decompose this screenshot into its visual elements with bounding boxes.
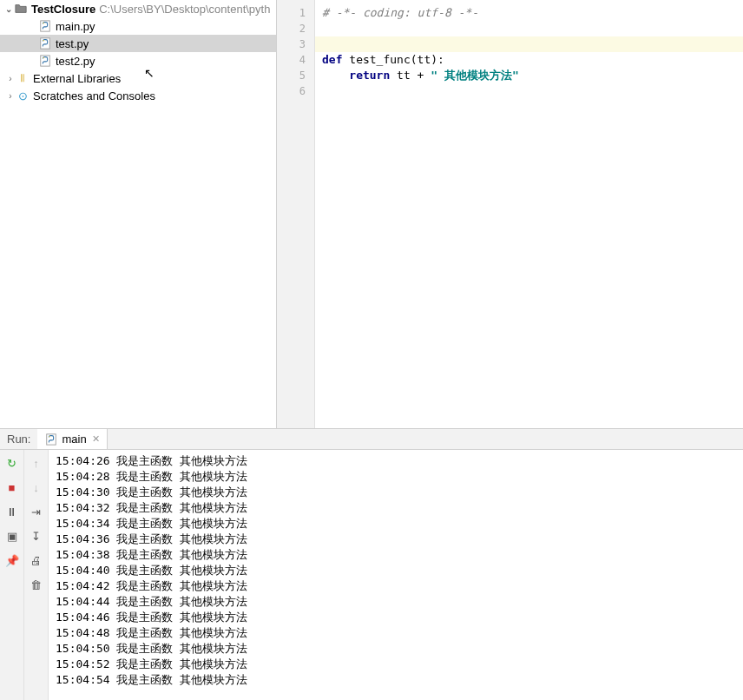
console-line: 15:04:26 我是主函数 其他模块方法	[56, 453, 736, 469]
line-number: 2	[277, 21, 314, 36]
folder-icon	[14, 2, 28, 16]
code-editor[interactable]: 123456 # -*- coding: utf-8 -*-def test_f…	[277, 0, 743, 428]
python-file-icon	[38, 54, 52, 68]
console-line: 15:04:48 我是主函数 其他模块方法	[56, 625, 736, 641]
layout-button[interactable]: ▣	[4, 528, 20, 544]
chevron-right-icon[interactable]: ›	[5, 74, 16, 83]
scratches-consoles[interactable]: ›⊙Scratches and Consoles	[0, 87, 276, 104]
python-file-icon	[44, 433, 58, 446]
tree-file-main-py[interactable]: main.py	[0, 17, 276, 35]
console-line: 15:04:40 我是主函数 其他模块方法	[56, 563, 736, 578]
trash-button[interactable]: 🗑	[29, 577, 44, 592]
code-line[interactable]	[322, 21, 743, 36]
svg-point-3	[43, 40, 44, 41]
root-path: C:\Users\BY\Desktop\content\pyth	[99, 3, 270, 16]
down-button[interactable]: ↓	[29, 479, 44, 495]
console-output[interactable]: 15:04:26 我是主函数 其他模块方法15:04:28 我是主函数 其他模块…	[49, 450, 743, 700]
scroll-button[interactable]: ↧	[29, 528, 44, 544]
library-icon: ⫴	[16, 71, 30, 85]
line-number: 6	[277, 83, 314, 99]
code-area[interactable]: # -*- coding: utf-8 -*-def test_func(tt)…	[315, 0, 743, 428]
code-line[interactable]	[322, 83, 743, 99]
console-line: 15:04:52 我是主函数 其他模块方法	[56, 657, 736, 672]
console-line: 15:04:46 我是主函数 其他模块方法	[56, 610, 736, 625]
stop-button[interactable]: ■	[4, 479, 20, 495]
editor-gutter: 123456	[277, 0, 315, 428]
chevron-right-icon[interactable]: ›	[5, 91, 16, 101]
rerun-button[interactable]: ↻	[4, 455, 20, 471]
run-tab-label: main	[62, 433, 86, 446]
line-number: 4	[277, 52, 314, 68]
code-line[interactable]: return tt + " 其他模块方法"	[322, 68, 743, 83]
code-line[interactable]: def test_func(tt):	[322, 52, 743, 68]
external-libraries[interactable]: ›⫴External Libraries	[0, 69, 276, 87]
run-toolbar-right: ↑ ↓ ⇥ ↧ 🖨 🗑	[24, 450, 49, 700]
file-label: main.py	[56, 20, 95, 33]
console-line: 15:04:38 我是主函数 其他模块方法	[56, 547, 736, 563]
tree-file-test-py[interactable]: test.py	[0, 35, 276, 52]
wrap-button[interactable]: ⇥	[29, 504, 44, 519]
scratch-icon: ⊙	[16, 89, 30, 102]
external-label: External Libraries	[33, 72, 121, 85]
line-number: 5	[277, 68, 314, 83]
python-file-icon	[38, 19, 52, 33]
svg-point-5	[43, 57, 44, 58]
svg-point-1	[43, 23, 44, 23]
console-line: 15:04:32 我是主函数 其他模块方法	[56, 500, 736, 516]
print-button[interactable]: 🖨	[29, 552, 44, 568]
run-tab-bar: Run: main ✕	[0, 429, 743, 450]
chevron-down-icon[interactable]: ⌄	[3, 4, 14, 14]
line-number: 3	[277, 36, 314, 52]
console-line: 15:04:50 我是主函数 其他模块方法	[56, 641, 736, 657]
file-label: test2.py	[56, 55, 95, 68]
console-line: 15:04:44 我是主函数 其他模块方法	[56, 594, 736, 610]
up-button[interactable]: ↑	[29, 455, 44, 471]
console-line: 15:04:28 我是主函数 其他模块方法	[56, 469, 736, 485]
console-line: 15:04:34 我是主函数 其他模块方法	[56, 516, 736, 532]
code-line[interactable]: # -*- coding: utf-8 -*-	[322, 5, 743, 21]
console-line: 15:04:54 我是主函数 其他模块方法	[56, 672, 736, 688]
console-line: 15:04:42 我是主函数 其他模块方法	[56, 578, 736, 594]
project-tree[interactable]: ⌄TestClosureC:\Users\BY\Desktop\content\…	[0, 0, 277, 428]
pause-button[interactable]: ⏸	[4, 504, 20, 519]
console-line: 15:04:36 我是主函数 其他模块方法	[56, 532, 736, 547]
close-icon[interactable]: ✕	[92, 433, 100, 445]
root-label: TestClosure	[31, 3, 95, 16]
pin-button[interactable]: 📌	[4, 552, 20, 568]
scratches-label: Scratches and Consoles	[33, 89, 155, 102]
console-line: 15:04:30 我是主函数 其他模块方法	[56, 485, 736, 500]
svg-point-7	[49, 435, 50, 436]
python-file-icon	[38, 36, 52, 50]
file-label: test.py	[56, 37, 89, 50]
run-tab-main[interactable]: main ✕	[37, 429, 107, 449]
run-label: Run:	[0, 433, 37, 446]
line-number: 1	[277, 5, 314, 21]
tree-file-test2-py[interactable]: test2.py	[0, 52, 276, 69]
code-line[interactable]	[315, 36, 743, 52]
tree-root[interactable]: ⌄TestClosureC:\Users\BY\Desktop\content\…	[0, 0, 276, 17]
run-toolbar-left: ↻ ■ ⏸ ▣ 📌	[0, 450, 24, 700]
